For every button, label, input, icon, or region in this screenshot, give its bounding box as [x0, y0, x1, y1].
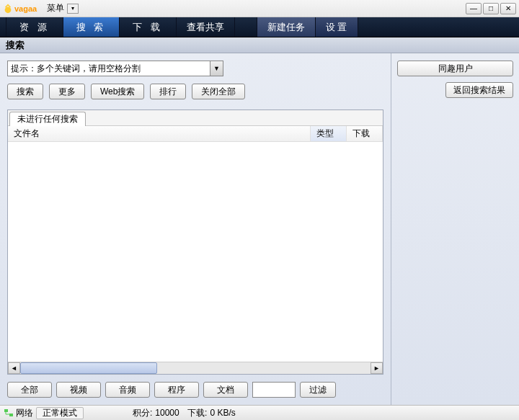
status-bar: 网络 正常模式 积分: 10000 下载: 0 KB/s — [0, 405, 519, 420]
close-button[interactable]: ✕ — [500, 3, 516, 14]
filter-apply-button[interactable]: 过滤 — [300, 382, 336, 398]
right-pane: 同趣用户 返回搜索结果 — [391, 53, 519, 405]
scroll-left-icon[interactable]: ◄ — [8, 362, 20, 374]
combo-arrow-icon[interactable]: ▼ — [210, 61, 223, 76]
status-download-value: 0 KB/s — [210, 408, 235, 418]
status-mode[interactable]: 正常模式 — [36, 407, 84, 419]
window-controls: — □ ✕ — [466, 3, 516, 14]
filter-text-input[interactable] — [252, 382, 296, 398]
search-input[interactable] — [8, 63, 210, 73]
svg-rect-1 — [4, 409, 8, 412]
close-all-button[interactable]: 关闭全部 — [192, 84, 245, 99]
filter-document-button[interactable]: 文档 — [203, 382, 248, 398]
search-combobox[interactable]: ▼ — [7, 61, 223, 76]
menu-dropdown-icon[interactable]: ▾ — [67, 4, 79, 14]
nav-tab-download[interactable]: 下 载 — [120, 17, 177, 37]
scroll-track[interactable] — [20, 362, 371, 374]
filter-audio-button[interactable]: 音频 — [105, 382, 150, 398]
nav-tab-resources[interactable]: 资 源 — [6, 17, 63, 37]
section-header: 搜索 — [0, 37, 519, 53]
scroll-thumb[interactable] — [20, 362, 157, 374]
status-network: 网络 — [16, 407, 33, 419]
left-pane: ▼ 搜索 更多 Web搜索 排行 关闭全部 未进行任何搜索 文件名 类型 下载 … — [0, 53, 391, 405]
maximize-button[interactable]: □ — [483, 3, 499, 14]
title-bar: vagaa 菜单 ▾ — □ ✕ — [0, 0, 519, 17]
network-icon — [4, 409, 13, 416]
scroll-right-icon[interactable]: ► — [371, 362, 383, 374]
nav-tab-newtask[interactable]: 新建任务 — [257, 17, 316, 37]
filter-row: 全部 视频 音频 程序 文档 过滤 — [7, 382, 383, 398]
status-download-label: 下载: — [187, 407, 207, 419]
menu-label[interactable]: 菜单 — [47, 2, 64, 14]
results-area: 未进行任何搜索 文件名 类型 下载 ◄ ► — [7, 110, 383, 375]
nav-tab-shared[interactable]: 查看共享 — [177, 17, 235, 37]
column-filename[interactable]: 文件名 — [8, 126, 311, 141]
filter-video-button[interactable]: 视频 — [56, 382, 101, 398]
results-tabstrip: 未进行任何搜索 — [8, 110, 383, 126]
app-logo-icon — [3, 4, 13, 14]
nav-tab-settings[interactable]: 设 置 — [316, 17, 358, 37]
column-download[interactable]: 下载 — [347, 126, 383, 141]
app-name: vagaa — [14, 4, 37, 13]
nav-bar: 资 源 搜 索 下 载 查看共享 新建任务 设 置 — [0, 17, 519, 37]
same-interest-button[interactable]: 同趣用户 — [397, 61, 513, 76]
back-results-button[interactable]: 返回搜索结果 — [445, 82, 513, 98]
ranking-button[interactable]: 排行 — [150, 84, 186, 99]
status-points-label: 积分: — [133, 407, 152, 419]
filter-program-button[interactable]: 程序 — [154, 382, 199, 398]
results-tab-empty[interactable]: 未进行任何搜索 — [9, 112, 86, 126]
svg-rect-2 — [9, 414, 13, 416]
web-search-button[interactable]: Web搜索 — [91, 84, 144, 99]
search-button-row: 搜索 更多 Web搜索 排行 关闭全部 — [7, 84, 383, 99]
column-type[interactable]: 类型 — [311, 126, 347, 141]
more-button[interactable]: 更多 — [49, 84, 85, 99]
nav-tab-search[interactable]: 搜 索 — [63, 17, 120, 37]
section-title: 搜索 — [6, 39, 25, 52]
status-points-value: 10000 — [155, 408, 179, 418]
minimize-button[interactable]: — — [466, 3, 482, 14]
filter-all-button[interactable]: 全部 — [7, 382, 52, 398]
horizontal-scrollbar[interactable]: ◄ ► — [8, 362, 383, 374]
results-header: 文件名 类型 下载 — [8, 126, 383, 142]
search-button[interactable]: 搜索 — [7, 84, 43, 99]
results-body — [8, 142, 383, 362]
